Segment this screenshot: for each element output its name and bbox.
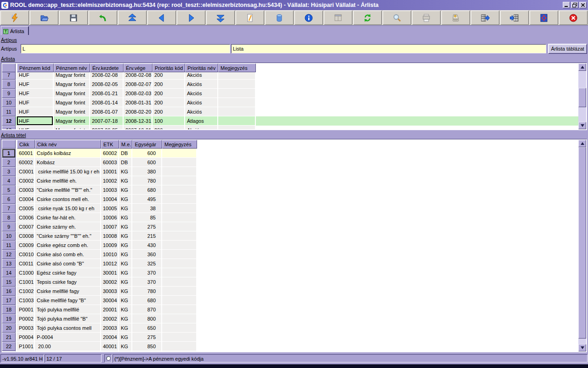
table-row[interactable]: 16C1002Csirke mellfilé fagy30003KG780 xyxy=(2,287,578,296)
row-number[interactable]: 4 xyxy=(2,176,16,185)
cell[interactable]: HUF xyxy=(17,98,54,107)
cell[interactable] xyxy=(162,213,197,222)
toolbar-button-fullscreen[interactable] xyxy=(530,11,558,25)
cell[interactable] xyxy=(162,222,197,231)
row-number[interactable]: 9 xyxy=(2,89,16,98)
cell[interactable]: Csirke csontos mell eh. xyxy=(35,195,101,204)
cell[interactable]: 870 xyxy=(132,305,162,314)
cell[interactable]: 200 xyxy=(153,72,185,80)
cell[interactable]: 800 xyxy=(132,314,162,323)
cell[interactable]: C1001 xyxy=(17,277,35,287)
cell[interactable] xyxy=(162,268,197,277)
cell[interactable]: KG xyxy=(119,176,132,185)
table-row[interactable]: 11C0009Csirke egész comb eh.10009KG430 xyxy=(2,241,578,250)
toolbar-button-save[interactable] xyxy=(59,11,88,25)
cell[interactable]: 60001 xyxy=(17,149,35,158)
table-row[interactable]: 10C0008"Csirke szárny ""B"" eh."10008KG2… xyxy=(2,231,578,241)
toolbar-button-layout[interactable] xyxy=(324,11,352,25)
scroll-up-button[interactable] xyxy=(578,63,586,71)
cell[interactable]: Kolbász xyxy=(35,158,101,167)
cell[interactable]: C0011 xyxy=(17,259,35,268)
cell[interactable]: 600 xyxy=(132,149,162,158)
cell[interactable]: KG xyxy=(119,277,132,287)
table-row[interactable]: 12C0010Csirke alsó comb eh.10010KG360 xyxy=(2,250,578,259)
cell[interactable]: 2008-12-31 xyxy=(124,116,153,126)
cell[interactable]: 370 xyxy=(132,268,162,277)
cell[interactable]: Csirke alsó comb eh. xyxy=(35,250,101,259)
table-row[interactable]: 19P0002Tojó pulyka mellfilé "B"20002KG80… xyxy=(2,314,578,323)
cell[interactable]: P-0004 xyxy=(35,333,101,342)
row-number[interactable]: 8 xyxy=(2,213,16,222)
cell[interactable]: 430 xyxy=(132,241,162,250)
row-number[interactable]: 5 xyxy=(2,185,16,195)
cell[interactable]: 850 xyxy=(132,342,162,351)
table-row[interactable]: 17C1003Csike mellfilé fagy "B"30004KG680 xyxy=(2,296,578,305)
toolbar-button-terminal[interactable] xyxy=(441,11,470,25)
cell[interactable]: 2008-02-20 xyxy=(124,107,153,116)
toolbar-button-export-table[interactable] xyxy=(471,11,499,25)
column-header[interactable]: Pénznem név xyxy=(54,63,90,72)
column-header[interactable]: Megjegyzés xyxy=(162,140,197,149)
cell[interactable]: 2007-10-01 xyxy=(124,126,153,129)
toolbar-button-edit[interactable] xyxy=(236,11,264,25)
cell[interactable]: 600 xyxy=(132,158,162,167)
row-number[interactable]: 18 xyxy=(2,305,16,314)
cell[interactable]: 20002 xyxy=(101,314,119,323)
cell[interactable]: 200 xyxy=(153,98,185,107)
row-number[interactable]: 3 xyxy=(2,167,16,176)
cell[interactable]: KG xyxy=(119,222,132,231)
cell[interactable]: Magyar forint xyxy=(54,98,90,107)
vertical-scrollbar[interactable] xyxy=(578,140,586,351)
table-row[interactable]: 160001Csípős kolbász60002DB600 xyxy=(2,149,578,158)
cell[interactable] xyxy=(218,107,256,116)
tab-arlista[interactable]: T Árlista xyxy=(1,26,29,35)
cell[interactable]: C0007 xyxy=(17,222,35,231)
cell[interactable]: 10007 xyxy=(101,222,119,231)
cell[interactable]: "Csirke mellfilé ""B"" eh." xyxy=(35,185,101,195)
artipus-code-input[interactable] xyxy=(21,44,230,53)
cell[interactable]: HUF xyxy=(17,72,54,80)
cell[interactable]: KG xyxy=(119,185,132,195)
scrollbar-thumb[interactable] xyxy=(578,147,586,339)
cell[interactable] xyxy=(162,158,197,167)
cell[interactable]: Csirke alsó comb "B" xyxy=(35,259,101,268)
cell[interactable]: HUF xyxy=(17,107,54,116)
cell[interactable]: Csípős kolbász xyxy=(35,149,101,158)
table-row[interactable]: 18P0001Tojó pulyka mellfilé20001KG870 xyxy=(2,305,578,314)
table-row[interactable]: 3C0001 csirke mellfilé 15.00 kg r eh1000… xyxy=(2,167,578,176)
cell[interactable]: 780 xyxy=(132,287,162,296)
cell[interactable]: C0008 xyxy=(17,231,35,241)
cell[interactable]: C0004 xyxy=(17,195,35,204)
cell[interactable]: Csike mellfilé fagy "B" xyxy=(35,296,101,305)
cell[interactable] xyxy=(162,259,197,268)
cell[interactable]: 30001 xyxy=(101,268,119,277)
cell[interactable]: 2008-02-07 xyxy=(124,80,153,89)
cell[interactable] xyxy=(162,342,197,351)
table-row[interactable]: 6C0004Csirke csontos mell eh.10004KG495 xyxy=(2,195,578,204)
cell[interactable]: 2008-02-03 xyxy=(124,89,153,98)
row-number[interactable]: 12 xyxy=(2,250,16,259)
cell[interactable]: KG xyxy=(119,250,132,259)
cell[interactable]: csirke nyak 15.00 kg r eh xyxy=(35,204,101,213)
cell[interactable] xyxy=(218,80,256,89)
cell[interactable]: 2008-02-08 xyxy=(90,72,124,80)
cell[interactable]: C1003 xyxy=(17,296,35,305)
cell[interactable] xyxy=(162,241,197,250)
cell[interactable]: 2008-01-14 xyxy=(90,98,124,107)
cell[interactable] xyxy=(162,204,197,213)
cell[interactable]: 10002 xyxy=(101,176,119,185)
cell[interactable]: P1001 xyxy=(17,342,35,351)
restore-button[interactable] xyxy=(571,2,578,8)
toolbar-button-close[interactable] xyxy=(559,11,588,25)
cell[interactable]: 100 xyxy=(153,116,185,126)
row-number[interactable]: 15 xyxy=(2,277,16,287)
row-number[interactable]: 14 xyxy=(2,268,16,277)
cell[interactable] xyxy=(162,167,197,176)
cell[interactable]: Magyar forint xyxy=(54,80,90,89)
cell[interactable]: HUF xyxy=(17,80,54,89)
cell[interactable]: 275 xyxy=(132,222,162,231)
cell[interactable]: Csirke far-hát eh. xyxy=(35,213,101,222)
cell[interactable]: HUF xyxy=(17,126,54,129)
cell[interactable]: 2008-01-07 xyxy=(90,107,124,116)
cell[interactable]: 85 xyxy=(132,213,162,222)
